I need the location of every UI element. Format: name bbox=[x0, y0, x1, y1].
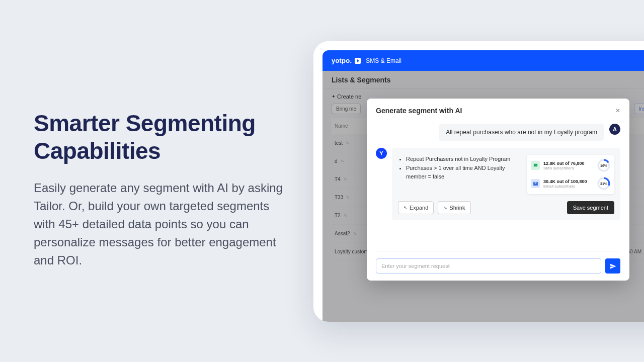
hero-headline: Smarter Segmenting Capabilities bbox=[34, 110, 285, 165]
email-stat: 30.4K out of 100,800Email subscribers31% bbox=[531, 177, 610, 190]
brand-icon bbox=[355, 58, 361, 64]
shrink-icon: ↘ bbox=[443, 205, 447, 210]
app-frame: yotpo. SMS & Email Lists & Segments ✦ Cr… bbox=[313, 41, 644, 322]
progress-ring: 16% bbox=[597, 159, 610, 172]
topbar: yotpo. SMS & Email bbox=[323, 50, 644, 71]
ai-response-card: Repeat Purchasers not in Loyalty Program… bbox=[392, 148, 620, 220]
user-message: All repeat purchasers who are not in my … bbox=[439, 124, 604, 141]
stats-box: 12.8K out of 76,800SMS subscribers16%30.… bbox=[527, 155, 614, 194]
send-icon bbox=[610, 263, 616, 269]
segment-request-input[interactable] bbox=[376, 258, 601, 274]
close-icon[interactable]: ✕ bbox=[615, 107, 620, 114]
save-segment-button[interactable]: Save segment bbox=[567, 201, 614, 214]
product-label: SMS & Email bbox=[366, 57, 401, 64]
progress-ring: 31% bbox=[597, 177, 610, 190]
modal-title: Generate segment with AI bbox=[376, 107, 462, 115]
ai-bullets: Repeat Purchasers not in Loyalty Program… bbox=[398, 155, 521, 182]
shrink-button[interactable]: ↘ Shrink bbox=[438, 201, 470, 214]
mail-icon bbox=[531, 179, 540, 188]
user-avatar: A bbox=[609, 124, 620, 135]
hero-body: Easily generate any segment with AI by a… bbox=[34, 179, 285, 269]
send-button[interactable] bbox=[605, 258, 620, 274]
expand-icon: ↖ bbox=[404, 205, 408, 210]
sms-stat: 12.8K out of 76,800SMS subscribers16% bbox=[531, 159, 610, 172]
ai-segment-modal: Generate segment with AI ✕ All repeat pu… bbox=[367, 99, 629, 281]
chat-icon bbox=[531, 161, 540, 170]
ai-avatar: Y bbox=[376, 148, 387, 159]
brand-logo: yotpo. bbox=[332, 57, 352, 64]
expand-button[interactable]: ↖ Expand bbox=[398, 201, 434, 214]
